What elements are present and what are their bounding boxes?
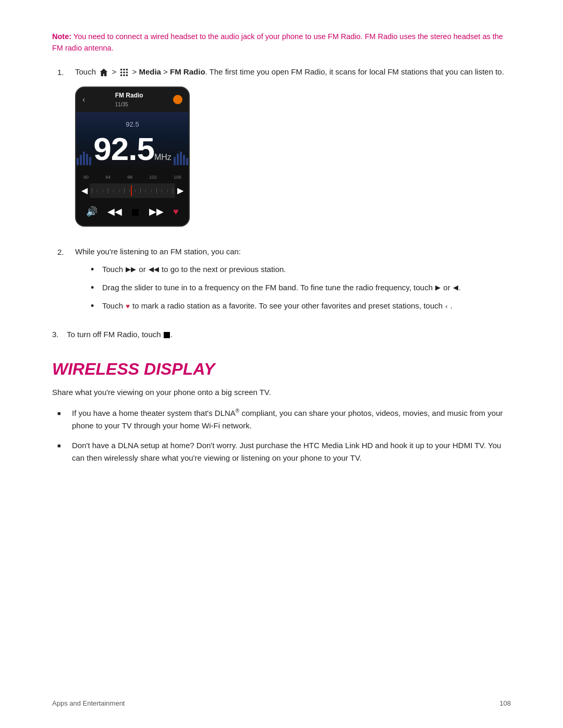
dial-tick (140, 188, 141, 193)
stop-square-icon (132, 209, 139, 216)
dial-tick (124, 188, 125, 193)
dial-tick (129, 189, 130, 192)
svg-point-6 (120, 74, 123, 76)
dial-label-98: 98 (127, 174, 132, 181)
dial-indicator (131, 186, 132, 196)
dial-label-90: 90 (83, 174, 89, 181)
dial-arrow-left-icon[interactable]: ◀ (81, 184, 88, 198)
dial-tick (167, 189, 168, 192)
footer-left: Apps and Entertainment (52, 699, 125, 707)
step-2-bullet-list: Touch ▶▶ or ◀◀ to go to the next or prev… (91, 263, 511, 313)
step-1: Touch > > Media > FM Radio. The first ti… (57, 66, 511, 235)
page-footer: Apps and Entertainment 108 (52, 699, 511, 707)
dial-label-94: 94 (105, 174, 111, 181)
wireless-bullet-2: Don't have a DLNA setup at home? Don't w… (57, 439, 511, 464)
play-inline-icon: ▶ (435, 282, 440, 293)
dial-tick (151, 189, 152, 192)
home-icon (99, 68, 108, 77)
step-3-content: To turn off FM Radio, touch . (67, 328, 173, 341)
fast-forward-inline-icon: ▶▶ (126, 264, 136, 275)
step-1-touch-label: Touch (75, 67, 96, 76)
fast-forward-button[interactable]: ▶▶ (149, 204, 164, 219)
dial-tick (135, 189, 136, 192)
svg-point-7 (124, 74, 126, 76)
svg-point-3 (120, 71, 123, 73)
note-paragraph: Note: You need to connect a wired headse… (52, 31, 511, 54)
dial-tick (108, 188, 108, 193)
dial-label-106: 106 (174, 174, 181, 181)
dial-label-102: 102 (149, 174, 157, 181)
step-3-number: 3. (52, 328, 67, 341)
phone-main-display: 92.5 92.5MHz (76, 112, 189, 170)
wireless-bullet-2-content: Don't have a DLNA setup at home? Don't w… (72, 439, 511, 464)
svg-point-5 (126, 71, 128, 73)
phone-top-bar: ‹ FM Radio 11/35 (76, 88, 189, 112)
eq-bar (86, 154, 88, 165)
dial-tick (173, 188, 173, 193)
svg-point-8 (126, 74, 128, 76)
eq-bar (77, 158, 79, 165)
favorite-heart-icon[interactable]: ♥ (173, 204, 179, 219)
step-2-content: While you're listening to an FM station,… (75, 245, 511, 318)
step-3: 3. To turn off FM Radio, touch . (52, 328, 511, 341)
mhz-label: MHz (154, 151, 172, 164)
eq-bar (177, 154, 179, 165)
volume-icon[interactable]: 🔊 (86, 204, 97, 219)
back-inline-icon: ◀ (453, 282, 458, 293)
dial-tick (156, 188, 157, 193)
wireless-bullet-1: If you have a home theater system that's… (57, 407, 511, 432)
heart-inline-icon: ♥ (126, 301, 130, 312)
eq-bar (189, 161, 190, 165)
bullet-3-content: Touch ♥ to mark a radio station as a fav… (102, 300, 452, 312)
bullet-item-3: Touch ♥ to mark a radio station as a fav… (91, 300, 511, 313)
eq-bar (80, 155, 82, 165)
step-1-nav-text: > Media > FM Radio. The first time you o… (132, 67, 504, 76)
step-2-text: While you're listening to an FM station,… (75, 247, 241, 256)
footer-right: 108 (499, 699, 511, 707)
eq-bar (174, 157, 176, 165)
dial-ticks-container (90, 183, 175, 198)
dial-tick (103, 189, 103, 192)
freq-small: 92.5 (126, 119, 139, 130)
stop-square-inline-icon (164, 332, 170, 338)
eq-bar (186, 158, 188, 165)
wireless-section-intro: Share what you're viewing on your phone … (52, 386, 511, 399)
note-content: You need to connect a wired headset to t… (52, 32, 503, 52)
rewind-button[interactable]: ◀◀ (107, 204, 122, 219)
dial-tick (145, 189, 146, 192)
phone-title-area: FM Radio 11/35 (115, 91, 143, 109)
svg-point-0 (120, 68, 123, 70)
wireless-bullet-1-content: If you have a home theater system that's… (72, 407, 511, 432)
dial-bar-row: ◀ (81, 183, 183, 198)
dlna-sup: ® (236, 408, 239, 414)
bullet-1-content: Touch ▶▶ or ◀◀ to go to the next or prev… (102, 263, 286, 276)
dial-tick (113, 189, 114, 192)
note-label: Note: (52, 32, 71, 41)
freq-large: 92.5 (93, 133, 154, 165)
rewind-inline-icon: ◀◀ (149, 264, 159, 275)
dial-arrow-right-icon[interactable]: ▶ (177, 184, 183, 198)
svg-point-4 (124, 71, 126, 73)
eq-bar (75, 161, 76, 165)
phone-screenshot: ‹ FM Radio 11/35 92.5 (75, 87, 190, 227)
phone-orange-dot (173, 95, 182, 104)
apps-grid-icon (119, 68, 129, 77)
stop-button[interactable] (131, 204, 139, 219)
steps-list: Touch > > Media > FM Radio. The first ti… (57, 66, 511, 318)
dial-track[interactable] (90, 183, 175, 198)
phone-fm-subtitle: 11/35 (115, 101, 143, 109)
dial-tick (119, 189, 119, 192)
step-2: While you're listening to an FM station,… (57, 245, 511, 318)
eq-bar (183, 155, 185, 165)
bullet-2-content: Drag the slider to tune in to a frequenc… (102, 281, 461, 294)
dial-tick (92, 188, 92, 193)
wireless-bullet-list: If you have a home theater system that's… (57, 407, 511, 464)
phone-controls: 🔊 ◀◀ ▶▶ ♥ (76, 200, 189, 226)
wireless-display-section-title: WIRELESS DISPLAY (52, 360, 511, 379)
chevron-left-inline-icon: ‹ (445, 301, 447, 312)
phone-back-arrow: ‹ (82, 93, 85, 106)
dial-scale: 90 94 98 102 106 (81, 174, 183, 181)
svg-point-1 (124, 68, 126, 70)
dial-tick (162, 189, 162, 192)
eq-bar (83, 152, 85, 165)
